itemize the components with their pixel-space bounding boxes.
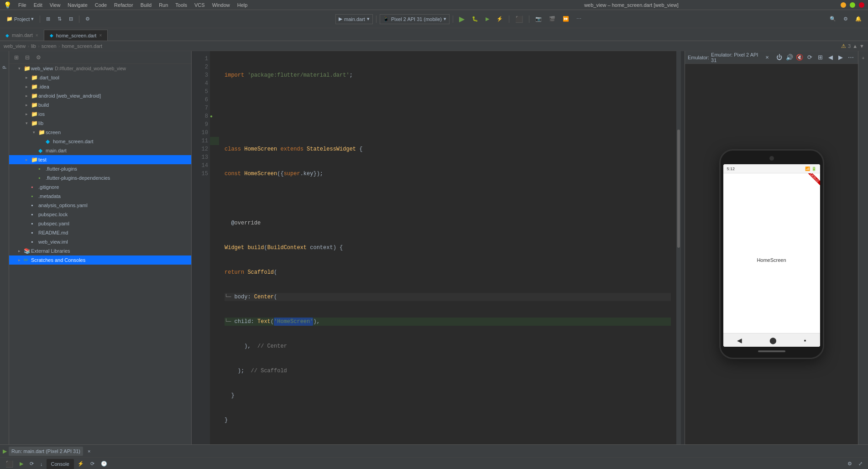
tree-item-flutter-plugins-deps[interactable]: ▪ .flutter-plugins-dependencies <box>9 173 191 182</box>
warning-nav-up[interactable]: ▲ <box>852 43 858 49</box>
minimize-button[interactable] <box>841 2 846 8</box>
tree-item-gitignore[interactable]: ▪ .gitignore <box>9 182 191 192</box>
emu-back[interactable]: ◀ <box>826 53 835 62</box>
emu-vol-up[interactable]: 🔊 <box>785 53 794 62</box>
tree-item-main-dart[interactable]: ◆ main.dart <box>9 146 191 155</box>
emu-more[interactable]: ⋯ <box>847 53 855 62</box>
menu-file[interactable]: File <box>17 2 28 8</box>
toolbar-filter-btn[interactable]: ⊟ <box>66 14 76 24</box>
tab-main-dart[interactable]: ◆ main.dart × <box>0 30 44 41</box>
menu-run[interactable]: Run <box>157 2 169 8</box>
console-scroll-btn[interactable]: ↓ <box>37 459 46 469</box>
phone-screen[interactable]: 5:12 📶 🔋 DEBUG <box>723 164 820 347</box>
console-clock-btn[interactable]: 🕐 <box>98 459 110 469</box>
tab-main-dart-close[interactable]: × <box>36 33 38 38</box>
settings-btn[interactable]: ⚙ <box>841 14 851 24</box>
tree-item-idea[interactable]: ▸ 📁 .idea <box>9 82 191 91</box>
console-rerun-btn[interactable]: ⟳ <box>27 459 37 469</box>
sidebar-collapse-btn[interactable]: ⊟ <box>23 53 32 62</box>
phone-nav-bar[interactable]: ◀ ⬤ ▪ <box>723 333 820 347</box>
console-stop-btn[interactable]: ⬛ <box>3 459 16 469</box>
code-scrollbar[interactable] <box>676 51 681 444</box>
run-close-btn[interactable]: × <box>85 447 93 456</box>
tree-item-external-libs[interactable]: ▸ 📚 External Libraries <box>9 246 191 255</box>
menu-help[interactable]: Help <box>236 2 249 8</box>
profile-btn[interactable]: ⚡ <box>494 14 506 24</box>
more-btn[interactable]: ⋯ <box>574 14 584 24</box>
menu-navigate[interactable]: Navigate <box>66 2 89 8</box>
right-strip-btn-1[interactable]: + <box>859 54 868 62</box>
tree-item-web-view[interactable]: ▾ 📁 web_view D:#flutter_android_work#web… <box>9 64 191 73</box>
menu-vcs[interactable]: VCS <box>193 2 206 8</box>
tree-item-readme[interactable]: ▪ README.md <box>9 228 191 237</box>
bottom-tab-console[interactable]: Console <box>47 459 74 469</box>
code-content[interactable]: import 'package:flutter/material.dart'; … <box>219 51 676 444</box>
tree-item-flutter-plugins[interactable]: ▪ .flutter-plugins <box>9 164 191 173</box>
close-button[interactable] <box>859 2 864 8</box>
tree-item-lib[interactable]: ▾ 📁 lib <box>9 119 191 128</box>
warning-nav-down[interactable]: ▼ <box>859 43 864 49</box>
code-area[interactable]: 1 2 3 4 5 6 7 8 9 10 11 12 13 14 15 <box>192 51 685 444</box>
toolbar-structure-btn[interactable]: ⊞ <box>43 14 53 24</box>
camera-btn[interactable]: 📷 <box>533 14 544 24</box>
emu-power-btn[interactable]: ⏻ <box>775 53 783 62</box>
nav-back-btn[interactable]: ◀ <box>737 337 742 344</box>
device-selector[interactable]: 📱 Pixel 2 API 31 (mobile) ▾ <box>380 14 450 24</box>
tree-item-analysis[interactable]: ▪ analysis_options.yaml <box>9 201 191 210</box>
tree-item-web-view-iml[interactable]: ▪ web_view.iml <box>9 237 191 246</box>
emu-forward[interactable]: ▶ <box>837 53 845 62</box>
menu-build[interactable]: Build <box>139 2 153 8</box>
emu-fold[interactable]: ⊞ <box>816 53 824 62</box>
run-config-selector[interactable]: ▶ main.dart ▾ <box>335 14 373 24</box>
breadcrumb-lib[interactable]: lib <box>31 43 36 49</box>
breadcrumb-screen[interactable]: screen <box>42 43 57 49</box>
tree-item-home-screen[interactable]: ◆ home_screen.dart <box>9 137 191 146</box>
tab-home-screen-dart[interactable]: ◆ home_screen.dart × <box>44 30 108 41</box>
toolbar-gear-btn[interactable]: ⚙ <box>83 14 93 24</box>
console-settings-btn[interactable]: ⚙ <box>845 459 855 469</box>
tree-item-pubspec-lock[interactable]: ▪ pubspec.lock <box>9 210 191 219</box>
tab-home-screen-close[interactable]: × <box>99 33 102 38</box>
sidebar-filter-btn[interactable]: ⚙ <box>34 53 43 62</box>
menu-window[interactable]: Window <box>211 2 231 8</box>
tree-item-build[interactable]: ▸ 📁 build <box>9 100 191 109</box>
notifications-btn[interactable]: 🔔 <box>852 14 864 24</box>
breadcrumb-file[interactable]: home_screen.dart <box>62 43 102 49</box>
tree-item-android[interactable]: ▸ 📁 android [web_view_android] <box>9 91 191 100</box>
sidebar-expand-btn[interactable]: ⊞ <box>12 53 21 62</box>
menu-edit[interactable]: Edit <box>32 2 44 8</box>
nav-home-btn[interactable]: ⬤ <box>769 337 777 344</box>
nav-recents-btn[interactable]: ▪ <box>804 337 806 344</box>
screen-record-btn[interactable]: 🎬 <box>546 14 558 24</box>
console-flash-btn[interactable]: ⚡ <box>75 459 87 469</box>
menu-bar[interactable]: File Edit View Navigate Code Refactor Bu… <box>17 2 249 8</box>
tree-item-ios[interactable]: ▸ 📁 ios <box>9 109 191 119</box>
run-tab-btn[interactable]: Run: main.dart (Pixel 2 API 31) <box>9 447 83 456</box>
debug-button[interactable]: 🐛 <box>469 14 481 24</box>
run-button[interactable]: ▶ <box>456 14 467 24</box>
tree-item-metadata[interactable]: ▪ .metadata <box>9 192 191 201</box>
emu-vol-down[interactable]: 🔇 <box>795 53 804 62</box>
console-run-btn[interactable]: ▶ <box>17 459 26 469</box>
tree-item-test[interactable]: ▸ 📁 test <box>9 155 191 164</box>
menu-tools[interactable]: Tools <box>174 2 188 8</box>
menu-refactor[interactable]: Refactor <box>113 2 135 8</box>
stop-button[interactable]: ⬛ <box>512 14 526 24</box>
search-btn[interactable]: 🔍 <box>827 14 839 24</box>
forward-btn[interactable]: ⏩ <box>560 14 572 24</box>
menu-code[interactable]: Code <box>94 2 108 8</box>
project-button[interactable]: 📁 Project ▾ <box>4 14 37 24</box>
menu-view[interactable]: View <box>48 2 62 8</box>
breadcrumb-web-view[interactable]: web_view <box>4 43 26 49</box>
maximize-button[interactable] <box>850 2 855 8</box>
emu-rotate[interactable]: ⟳ <box>806 53 814 62</box>
emulator-close[interactable]: × <box>763 53 771 62</box>
toolbar-sort-btn[interactable]: ⇅ <box>55 14 64 24</box>
tree-item-dart-tool[interactable]: ▸ 📁 .dart_tool <box>9 73 191 82</box>
console-expand-btn[interactable]: ⤢ <box>856 459 865 469</box>
run-coverage-btn[interactable]: ▶ <box>483 14 492 24</box>
tree-item-screen[interactable]: ▾ 📁 screen <box>9 128 191 137</box>
tree-item-pubspec-yaml[interactable]: ▪ pubspec.yaml <box>9 219 191 228</box>
left-strip-project[interactable]: P <box>1 54 8 81</box>
console-refresh-btn[interactable]: ⟳ <box>88 459 97 469</box>
